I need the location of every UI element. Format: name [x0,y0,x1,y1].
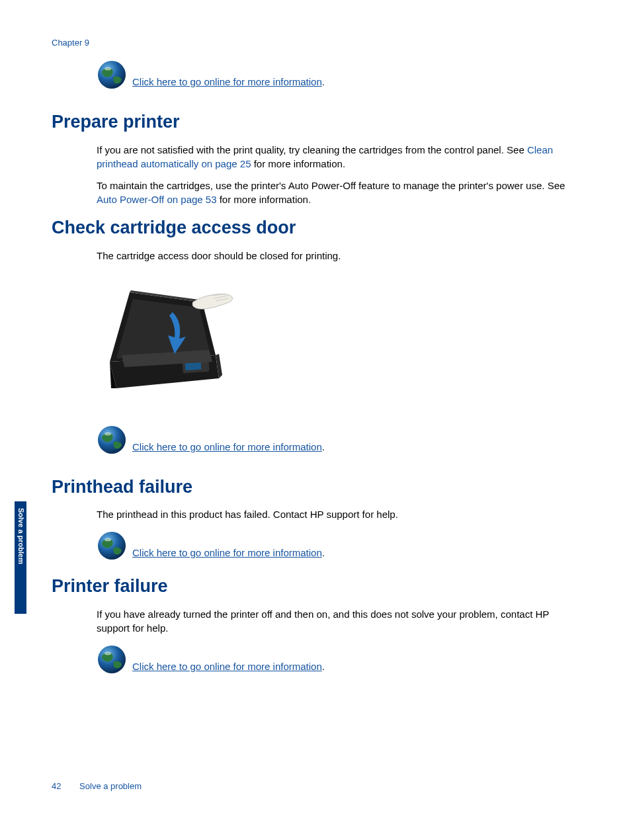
cartridge-door-paragraph: The cartridge access door should be clos… [97,249,573,263]
cartridge-door-heading: Check cartridge access door [52,216,581,241]
cartridge-door-body: The cartridge access door should be clos… [97,249,573,263]
printhead-failure-heading: Printhead failure [52,475,581,500]
page-content: Click here to go online for more informa… [52,60,581,688]
svg-point-1 [105,67,111,71]
prepare-paragraph-2: To maintain the cartridges, use the prin… [97,179,573,206]
footer-section-name: Solve a problem [79,781,142,791]
printer-failure-body: If you have already turned the printer o… [97,607,573,635]
online-info-row-1: Click here to go online for more informa… [97,60,581,90]
prepare-paragraph-1: If you are not satisfied with the print … [97,143,573,171]
period: . [322,661,325,672]
side-tab-label: Solve a problem [15,508,25,564]
svg-rect-3 [185,362,202,370]
online-info-row-4: Click here to go online for more informa… [97,644,581,675]
printer-failure-heading: Printer failure [52,574,581,599]
printer-failure-paragraph: If you have already turned the printer o… [97,607,573,635]
period: . [322,441,325,452]
printer-illustration [97,276,581,405]
page-number: 42 [52,780,61,792]
globe-icon [97,644,127,675]
online-info-link[interactable]: Click here to go online for more informa… [132,441,322,452]
auto-power-off-link[interactable]: Auto Power-Off on page 53 [97,194,217,205]
online-info-link[interactable]: Click here to go online for more informa… [132,547,322,558]
period: . [322,76,325,87]
online-info-link[interactable]: Click here to go online for more informa… [132,76,322,87]
side-tab: Solve a problem [15,501,26,614]
online-info-link[interactable]: Click here to go online for more informa… [132,661,322,672]
globe-icon [97,530,127,561]
chapter-label: Chapter 9 [52,37,89,49]
online-info-row-3: Click here to go online for more informa… [97,530,581,561]
globe-icon [97,425,127,455]
prepare-printer-heading: Prepare printer [52,110,581,135]
printhead-failure-paragraph: The printhead in this product has failed… [97,507,573,521]
globe-icon [97,60,127,90]
svg-point-7 [105,538,111,542]
page-footer: 42 Solve a problem [52,780,142,792]
svg-point-5 [105,432,111,435]
period: . [322,547,325,558]
svg-point-9 [105,652,111,655]
prepare-printer-body: If you are not satisfied with the print … [97,143,573,206]
online-info-row-2: Click here to go online for more informa… [97,425,581,455]
printhead-failure-body: The printhead in this product has failed… [97,507,573,521]
